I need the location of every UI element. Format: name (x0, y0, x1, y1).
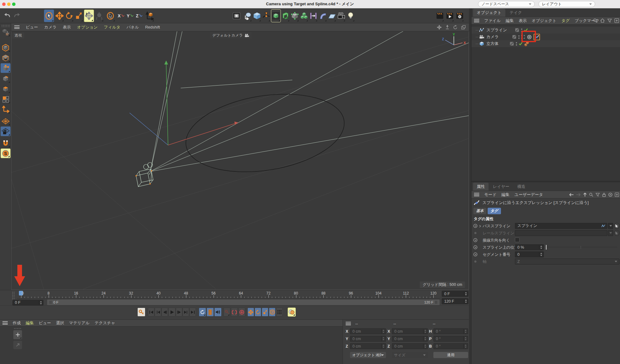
keyframe-selection-dots-button[interactable] (276, 308, 283, 317)
rotate-tool[interactable] (64, 10, 74, 22)
viewport-menu-panel[interactable]: パネル (126, 24, 139, 30)
am-menu-edit[interactable]: 編集 (502, 192, 510, 198)
redo-button[interactable] (12, 10, 22, 22)
autokey-settings-button[interactable] (238, 308, 245, 317)
y-axis-lock-button[interactable]: Y (126, 10, 135, 22)
camera-object-wireframe[interactable] (135, 162, 153, 187)
enabled-check-icon[interactable] (519, 42, 523, 46)
spline-arc-button[interactable] (243, 10, 252, 22)
mm-menu-material[interactable]: マテリアル (69, 320, 90, 326)
keyframe-radio-icon[interactable] (473, 224, 477, 228)
x-axis-lock-button[interactable]: X (117, 10, 126, 22)
generator-button[interactable] (281, 10, 290, 22)
enable-dots-icon[interactable] (516, 42, 517, 46)
up-arrow-icon[interactable] (583, 193, 587, 197)
orbit-view-icon[interactable] (453, 25, 458, 30)
om-menu-objects[interactable]: オブジェクト (532, 18, 556, 24)
object-manager-menu-icon[interactable] (474, 19, 479, 22)
coordinate-system-button[interactable] (144, 10, 154, 22)
move-tool-active[interactable] (84, 10, 94, 22)
subtab-basic[interactable]: 基本 (473, 208, 486, 214)
array-button[interactable] (300, 10, 308, 22)
stepper-down-icon[interactable] (465, 302, 467, 303)
deformer-button[interactable] (318, 10, 327, 22)
om-menu-edit[interactable]: 編集 (506, 18, 514, 24)
tab-layers[interactable]: レイヤー (489, 183, 513, 191)
position-slider[interactable] (546, 245, 617, 250)
stepper-up-icon[interactable] (40, 301, 42, 302)
palette-drag-handle[interactable] (1, 24, 10, 27)
stepper-down-icon[interactable] (465, 294, 467, 295)
add-material-button[interactable] (13, 330, 22, 339)
tab-takes[interactable]: テイク (506, 9, 526, 17)
live-selection-tool[interactable] (44, 10, 54, 22)
point-mode-button[interactable] (1, 63, 11, 73)
subtab-tag[interactable]: タグ (488, 208, 501, 214)
enable-dots-icon[interactable] (518, 35, 520, 39)
lock-icon[interactable] (602, 193, 606, 197)
target-mode-icon[interactable] (608, 193, 613, 197)
om-menu-file[interactable]: ファイル (484, 18, 501, 24)
stepper-down-icon[interactable] (540, 255, 542, 256)
viewport-canvas[interactable]: 透視 デフォルトカメラ Y Z X グリッド間隔 : 500 cm (11, 31, 469, 290)
range-end-field[interactable]: 120 F (442, 298, 468, 304)
maximize-view-icon[interactable] (461, 25, 466, 30)
expander-icon[interactable] (479, 225, 481, 228)
edge-mode-button[interactable] (1, 74, 11, 83)
mm-menu-select[interactable]: 選択 (56, 320, 64, 326)
enabled-check-icon[interactable] (524, 28, 528, 32)
range-start-field[interactable]: 0 F (442, 291, 468, 297)
object-row-cube[interactable]: 立方体 (472, 40, 620, 47)
viewport-menu-view[interactable]: ビュー (26, 24, 38, 30)
preview-range-bar[interactable]: 0 F 120 F (47, 300, 440, 305)
keyframe-radio-icon[interactable] (473, 252, 477, 256)
object-row-camera[interactable]: カメラ (472, 33, 620, 40)
stepper[interactable] (39, 300, 43, 305)
pick-object-button[interactable] (614, 223, 620, 229)
spline-measure-button[interactable] (309, 10, 318, 22)
apply-button[interactable]: 適用 (433, 352, 468, 358)
object-name[interactable]: カメラ (486, 34, 499, 40)
stepper-up-icon[interactable] (540, 253, 542, 254)
render-to-picture-viewer-button[interactable] (445, 10, 454, 22)
spline-pen-button[interactable] (262, 10, 271, 22)
sound-button[interactable] (214, 308, 222, 317)
slider-handle[interactable] (546, 245, 547, 250)
tangential-checkbox[interactable] (515, 237, 520, 242)
mm-menu-create[interactable]: 作成 (13, 320, 21, 326)
record-parameter-button[interactable]: P (269, 308, 276, 317)
add-box-icon[interactable] (615, 193, 619, 197)
mm-menu-edit[interactable]: 編集 (26, 320, 34, 326)
back-arrow-icon[interactable] (569, 193, 574, 197)
workplane-button[interactable] (1, 116, 11, 126)
link-dropdown-button[interactable] (608, 223, 613, 229)
keyframe-radio-icon[interactable] (473, 238, 477, 242)
target-tag[interactable] (527, 34, 532, 40)
snap-button[interactable] (1, 138, 11, 148)
visibility-toggle-icon[interactable] (515, 28, 519, 32)
next-key-button[interactable] (183, 308, 189, 317)
light-button[interactable] (346, 10, 355, 22)
stepper[interactable] (464, 299, 468, 304)
active-camera-label[interactable]: デフォルトカメラ (210, 32, 252, 39)
stepper[interactable] (539, 252, 543, 257)
viewport-menu-icon[interactable] (14, 25, 20, 29)
object-name[interactable]: スプライン (486, 27, 507, 33)
cube-primitive-button[interactable] (253, 10, 261, 22)
render-view-button[interactable] (232, 10, 241, 22)
prev-frame-button[interactable] (162, 308, 168, 317)
stepper-up-icon[interactable] (540, 246, 542, 247)
coordinates-menu-icon[interactable] (346, 322, 351, 325)
enable-dots-icon[interactable] (521, 29, 522, 32)
record-rotation-button[interactable] (255, 308, 261, 317)
keyframe-radio-icon[interactable] (473, 245, 477, 249)
stepper-down-icon[interactable] (540, 248, 542, 249)
om-menu-tags[interactable]: タグ (561, 18, 570, 24)
filter-icon[interactable] (607, 18, 612, 23)
object-row-spline[interactable]: スプライン (472, 27, 620, 33)
texture-mode-button[interactable] (1, 53, 11, 63)
filter-icon[interactable] (596, 193, 600, 197)
record-key-button[interactable] (137, 308, 145, 317)
material-manager-menu-icon[interactable] (2, 321, 8, 325)
viewport-menu-display[interactable]: 表示 (63, 24, 71, 30)
